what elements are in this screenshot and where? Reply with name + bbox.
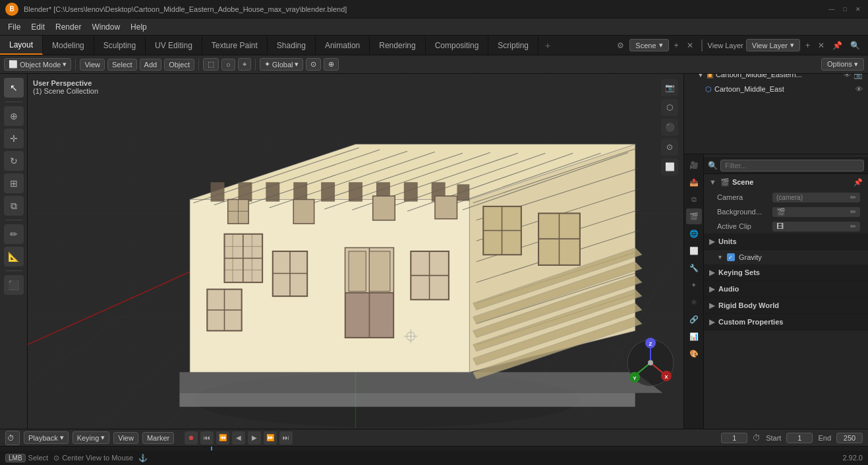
marker-menu[interactable]: Marker [142, 432, 174, 444]
transform-space-dropdown[interactable]: ✦ Global ▾ [260, 58, 304, 71]
prev-keyframe-button[interactable]: ⏪ [216, 431, 229, 445]
select-circle-icon[interactable]: ○ [221, 59, 235, 71]
scene-add-icon[interactable]: + [672, 40, 681, 51]
record-button[interactable]: ⏺ [185, 431, 198, 445]
jump-start-button[interactable]: ⏮ [200, 431, 214, 445]
end-frame-input[interactable]: 250 [836, 433, 863, 443]
scene-pin-icon[interactable]: 📌 [854, 178, 863, 187]
background-edit-icon[interactable]: ✏ [850, 208, 856, 216]
object-menu[interactable]: Object [164, 59, 194, 71]
rigid-body-header[interactable]: ▶ Rigid Body World [704, 297, 868, 313]
props-tab-object[interactable]: ⬜ [686, 243, 702, 259]
move-tool-button[interactable]: ✛ [4, 129, 24, 148]
props-tab-output[interactable]: 📤 [686, 174, 702, 190]
select-box-icon[interactable]: ⬚ [203, 58, 219, 71]
select-menu[interactable]: Select [107, 59, 137, 71]
viewlayer-dropdown[interactable]: View Layer ▾ [746, 39, 800, 51]
keying-menu[interactable]: Keying ▾ [72, 431, 110, 444]
proportional-edit-button[interactable]: ⊕ [324, 58, 339, 71]
props-tab-view-layer[interactable]: ⧉ [686, 191, 702, 207]
props-tab-physics[interactable]: ⚛ [686, 294, 702, 310]
snap-button[interactable]: ⊙ [306, 58, 321, 71]
add-cube-button[interactable]: ⬛ [4, 275, 24, 295]
active-clip-value-field[interactable]: 🎞 ✏ [772, 222, 860, 232]
view-menu-timeline[interactable]: View [113, 432, 138, 444]
viewport-xray-button[interactable]: ⬜ [661, 158, 678, 175]
start-frame-input[interactable]: 1 [786, 433, 813, 443]
menu-file[interactable]: File [3, 21, 26, 33]
units-section-header[interactable]: ▶ Units [704, 233, 868, 249]
engine-icon[interactable]: ⚙ [614, 40, 627, 51]
select-lasso-icon[interactable]: ⌖ [238, 58, 251, 71]
viewport-shading-button[interactable]: ⬡ [661, 99, 678, 116]
cursor-tool-button[interactable]: ⊕ [4, 106, 24, 126]
outliner-eye3[interactable]: 👁 [855, 85, 863, 93]
scene-delete-icon[interactable]: ✕ [684, 40, 696, 51]
menu-render[interactable]: Render [50, 21, 86, 33]
audio-header[interactable]: ▶ Audio [704, 281, 868, 297]
minimize-button[interactable]: — [827, 5, 836, 14]
camera-view-button[interactable]: 📷 [661, 79, 678, 96]
properties-search-input[interactable] [720, 160, 864, 171]
props-tab-modifiers[interactable]: 🔧 [686, 260, 702, 276]
timeline-mode-icon[interactable]: ⏱ [5, 431, 20, 445]
playback-menu[interactable]: Playback ▾ [24, 431, 69, 444]
tab-scripting[interactable]: Scripting [488, 36, 538, 55]
keying-sets-header[interactable]: ▶ Keying Sets [704, 264, 868, 280]
maximize-button[interactable]: □ [840, 5, 850, 14]
view-menu[interactable]: View [80, 59, 105, 71]
play-reverse-button[interactable]: ◀ [232, 431, 245, 445]
custom-props-header[interactable]: ▶ Custom Properties [704, 314, 868, 330]
scene-dropdown[interactable]: Scene ▾ [629, 39, 668, 51]
measure-tool-button[interactable]: 📐 [4, 247, 24, 266]
camera-value-field[interactable]: (camera) ✏ [772, 193, 860, 202]
tab-layout[interactable]: Layout [0, 36, 43, 55]
menu-window[interactable]: Window [86, 21, 125, 33]
tab-sculpting[interactable]: Sculpting [94, 36, 146, 55]
viewlayer-delete-icon[interactable]: ✕ [815, 40, 827, 51]
tab-shading[interactable]: Shading [268, 36, 316, 55]
jump-end-button[interactable]: ⏭ [279, 431, 293, 445]
outliner-row-cartoon-east[interactable]: ⬡ Cartoon_Middle_East 👁 [684, 82, 868, 96]
props-tab-constraints[interactable]: 🔗 [686, 311, 702, 327]
rotate-tool-button[interactable]: ↻ [4, 151, 24, 171]
viewport-overlay-button[interactable]: ⊙ [661, 139, 678, 156]
tab-uv-editing[interactable]: UV Editing [146, 36, 202, 55]
navigation-gizmo[interactable]: Z X Y [624, 336, 677, 389]
props-tab-data[interactable]: 📊 [686, 328, 702, 344]
viewport-solid-button[interactable]: ⚫ [661, 119, 678, 136]
select-tool-button[interactable]: ↖ [4, 78, 24, 98]
add-workspace-button[interactable]: + [538, 38, 557, 53]
mode-select-button[interactable]: ⬜ Object Mode ▾ [4, 58, 71, 71]
menu-edit[interactable]: Edit [26, 21, 50, 33]
next-keyframe-button[interactable]: ⏩ [264, 431, 277, 445]
tab-modeling[interactable]: Modeling [43, 36, 94, 55]
pin-icon[interactable]: 📌 [830, 40, 845, 51]
viewport-3d[interactable]: User Perspective (1) Scene Collection 📷 … [28, 74, 683, 429]
gravity-checkbox[interactable]: ✓ [727, 253, 735, 261]
tab-compositing[interactable]: Compositing [426, 36, 489, 55]
active-clip-edit-icon[interactable]: ✏ [850, 222, 856, 231]
tab-texture-paint[interactable]: Texture Paint [202, 36, 268, 55]
search-filter-icon[interactable]: 🔍 [848, 40, 863, 51]
background-value-field[interactable]: 🎬 ✏ [772, 207, 860, 217]
transform-tool-button[interactable]: ⧉ [4, 196, 24, 216]
props-tab-material[interactable]: 🎨 [686, 346, 702, 361]
scale-tool-button[interactable]: ⊞ [4, 173, 24, 193]
viewlayer-add-icon[interactable]: + [803, 40, 813, 51]
current-frame-input[interactable]: 1 [721, 433, 747, 443]
add-menu[interactable]: Add [140, 59, 162, 71]
camera-edit-icon[interactable]: ✏ [850, 193, 856, 202]
scene-section-header[interactable]: ▼ 🎬 Scene 📌 [704, 174, 868, 190]
options-button[interactable]: Options ▾ [821, 58, 864, 71]
props-tab-render[interactable]: 🎥 [686, 157, 702, 173]
props-tab-scene[interactable]: 🎬 [686, 208, 702, 224]
tab-rendering[interactable]: Rendering [370, 36, 425, 55]
props-tab-particles[interactable]: ✦ [686, 277, 702, 293]
tab-animation[interactable]: Animation [316, 36, 370, 55]
play-button[interactable]: ▶ [248, 431, 261, 445]
close-button[interactable]: ✕ [854, 5, 863, 14]
annotate-tool-button[interactable]: ✏ [4, 224, 24, 244]
props-tab-world[interactable]: 🌐 [686, 226, 702, 241]
menu-help[interactable]: Help [125, 21, 152, 33]
